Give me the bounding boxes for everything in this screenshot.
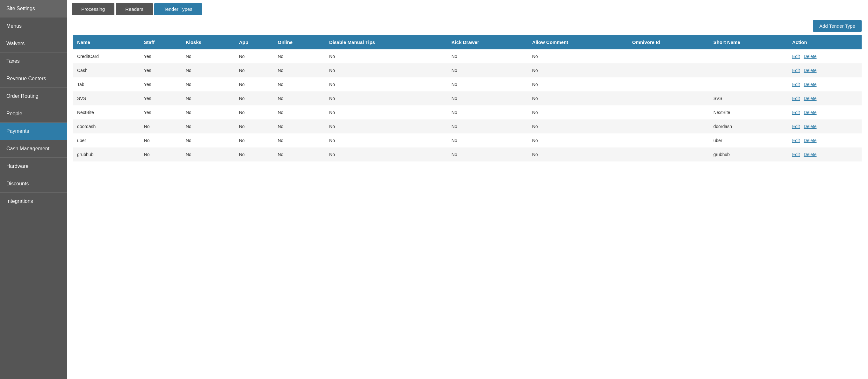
- cell-action[interactable]: EditDelete: [788, 63, 862, 77]
- cell-omnivore_id: [628, 91, 710, 105]
- sidebar-item-waivers[interactable]: Waivers: [0, 35, 67, 53]
- cell-omnivore_id: [628, 105, 710, 120]
- main-content: ProcessingReadersTender Types Add Tender…: [67, 0, 868, 379]
- col-header-name: Name: [73, 35, 140, 50]
- cell-disable_manual_tips: No: [326, 63, 448, 77]
- cell-app: No: [235, 77, 274, 91]
- delete-button[interactable]: Delete: [804, 110, 816, 115]
- cell-action[interactable]: EditDelete: [788, 120, 862, 133]
- col-header-app: App: [235, 35, 274, 50]
- edit-button[interactable]: Edit: [792, 82, 800, 87]
- cell-name: grubhub: [73, 148, 140, 161]
- tabs-bar: ProcessingReadersTender Types: [67, 0, 868, 15]
- cell-kiosks: No: [182, 63, 235, 77]
- cell-kiosks: No: [182, 133, 235, 148]
- cell-name: Tab: [73, 77, 140, 91]
- delete-button[interactable]: Delete: [804, 96, 816, 101]
- cell-name: NextBite: [73, 105, 140, 120]
- cell-action[interactable]: EditDelete: [788, 50, 862, 63]
- edit-button[interactable]: Edit: [792, 96, 800, 101]
- content-area: Add Tender Type NameStaffKiosksAppOnline…: [67, 15, 868, 166]
- sidebar-item-payments[interactable]: Payments: [0, 123, 67, 140]
- table-row: uberNoNoNoNoNoNoNouberEditDelete: [73, 133, 862, 148]
- delete-button[interactable]: Delete: [804, 138, 816, 143]
- cell-kick_drawer: No: [448, 105, 528, 120]
- cell-online: No: [274, 120, 326, 133]
- tab-readers[interactable]: Readers: [116, 3, 153, 15]
- cell-kiosks: No: [182, 77, 235, 91]
- cell-action[interactable]: EditDelete: [788, 77, 862, 91]
- table-row: TabYesNoNoNoNoNoNoEditDelete: [73, 77, 862, 91]
- cell-staff: No: [140, 148, 182, 161]
- delete-button[interactable]: Delete: [804, 124, 816, 129]
- col-header-allow_comment: Allow Comment: [528, 35, 628, 50]
- edit-button[interactable]: Edit: [792, 110, 800, 115]
- cell-short_name: [710, 77, 788, 91]
- table-row: grubhubNoNoNoNoNoNoNogrubhubEditDelete: [73, 148, 862, 161]
- sidebar-item-site-settings[interactable]: Site Settings: [0, 0, 67, 18]
- cell-action[interactable]: EditDelete: [788, 133, 862, 148]
- cell-short_name: doordash: [710, 120, 788, 133]
- cell-online: No: [274, 63, 326, 77]
- cell-online: No: [274, 77, 326, 91]
- cell-kiosks: No: [182, 50, 235, 63]
- cell-disable_manual_tips: No: [326, 105, 448, 120]
- cell-short_name: grubhub: [710, 148, 788, 161]
- cell-disable_manual_tips: No: [326, 148, 448, 161]
- col-header-staff: Staff: [140, 35, 182, 50]
- sidebar-item-revenue-centers[interactable]: Revenue Centers: [0, 70, 67, 88]
- cell-short_name: NextBite: [710, 105, 788, 120]
- table-body: CreditCardYesNoNoNoNoNoNoEditDeleteCashY…: [73, 50, 862, 161]
- cell-action[interactable]: EditDelete: [788, 105, 862, 120]
- delete-button[interactable]: Delete: [804, 54, 816, 59]
- cell-short_name: uber: [710, 133, 788, 148]
- cell-action[interactable]: EditDelete: [788, 148, 862, 161]
- edit-button[interactable]: Edit: [792, 68, 800, 73]
- table-row: CreditCardYesNoNoNoNoNoNoEditDelete: [73, 50, 862, 63]
- sidebar-item-integrations[interactable]: Integrations: [0, 193, 67, 210]
- add-tender-type-button[interactable]: Add Tender Type: [813, 20, 862, 32]
- cell-online: No: [274, 105, 326, 120]
- add-button-row: Add Tender Type: [73, 20, 862, 32]
- cell-name: CreditCard: [73, 50, 140, 63]
- edit-button[interactable]: Edit: [792, 54, 800, 59]
- cell-allow_comment: No: [528, 120, 628, 133]
- cell-kick_drawer: No: [448, 50, 528, 63]
- cell-allow_comment: No: [528, 148, 628, 161]
- sidebar-item-order-routing[interactable]: Order Routing: [0, 88, 67, 105]
- col-header-omnivore_id: Omnivore Id: [628, 35, 710, 50]
- col-header-disable_manual_tips: Disable Manual Tips: [326, 35, 448, 50]
- delete-button[interactable]: Delete: [804, 68, 816, 73]
- edit-button[interactable]: Edit: [792, 138, 800, 143]
- table-row: CashYesNoNoNoNoNoNoEditDelete: [73, 63, 862, 77]
- sidebar-item-discounts[interactable]: Discounts: [0, 175, 67, 193]
- sidebar-item-cash-management[interactable]: Cash Management: [0, 140, 67, 158]
- delete-button[interactable]: Delete: [804, 82, 816, 87]
- cell-kiosks: No: [182, 120, 235, 133]
- tab-tender-types[interactable]: Tender Types: [154, 3, 202, 15]
- cell-kick_drawer: No: [448, 148, 528, 161]
- cell-disable_manual_tips: No: [326, 133, 448, 148]
- cell-kick_drawer: No: [448, 63, 528, 77]
- cell-kiosks: No: [182, 105, 235, 120]
- edit-button[interactable]: Edit: [792, 124, 800, 129]
- cell-omnivore_id: [628, 148, 710, 161]
- tab-processing[interactable]: Processing: [72, 3, 114, 15]
- edit-button[interactable]: Edit: [792, 152, 800, 157]
- sidebar-item-people[interactable]: People: [0, 105, 67, 123]
- cell-staff: Yes: [140, 50, 182, 63]
- delete-button[interactable]: Delete: [804, 152, 816, 157]
- sidebar: Site SettingsMenusWaiversTaxesRevenue Ce…: [0, 0, 67, 379]
- col-header-short_name: Short Name: [710, 35, 788, 50]
- cell-app: No: [235, 133, 274, 148]
- col-header-online: Online: [274, 35, 326, 50]
- sidebar-item-taxes[interactable]: Taxes: [0, 53, 67, 70]
- cell-staff: Yes: [140, 77, 182, 91]
- sidebar-item-menus[interactable]: Menus: [0, 18, 67, 35]
- cell-online: No: [274, 148, 326, 161]
- cell-omnivore_id: [628, 63, 710, 77]
- cell-action[interactable]: EditDelete: [788, 91, 862, 105]
- cell-staff: Yes: [140, 91, 182, 105]
- sidebar-item-hardware[interactable]: Hardware: [0, 158, 67, 175]
- cell-disable_manual_tips: No: [326, 50, 448, 63]
